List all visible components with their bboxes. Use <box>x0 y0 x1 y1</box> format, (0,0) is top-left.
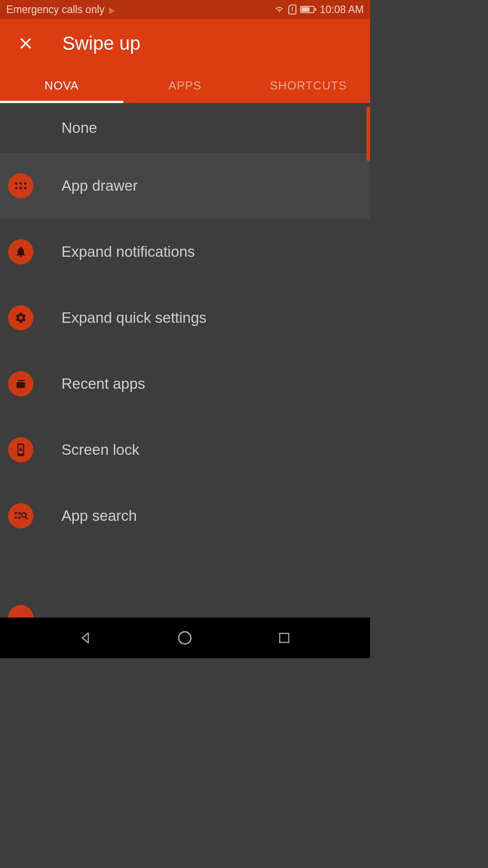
tab-apps[interactable]: APPS <box>123 68 247 103</box>
content-area: None App drawer Expand notifications <box>0 103 370 549</box>
status-left: Emergency calls only <box>6 4 116 16</box>
svg-point-18 <box>15 517 17 519</box>
wifi-icon <box>274 4 285 15</box>
list-item-app-drawer[interactable]: App drawer <box>0 153 370 219</box>
list-item-expand-notifications[interactable]: Expand notifications <box>0 219 370 285</box>
bell-icon <box>8 239 33 264</box>
list-item-label: Expand notifications <box>61 243 195 260</box>
list-item-label: None <box>61 119 97 137</box>
tabs-container: NOVA APPS SHORTCUTS <box>0 68 370 103</box>
nav-recent-button[interactable] <box>272 625 297 651</box>
svg-point-10 <box>20 187 22 189</box>
gear-icon <box>8 305 33 330</box>
scroll-indicator[interactable] <box>366 107 370 161</box>
svg-rect-13 <box>17 382 25 388</box>
battery-icon <box>300 5 316 14</box>
nav-back-button[interactable] <box>73 625 99 651</box>
status-right: ! 10:08 AM <box>274 4 364 16</box>
list-item-expand-quick-settings[interactable]: Expand quick settings <box>0 285 370 351</box>
svg-rect-12 <box>18 380 25 381</box>
tab-shortcuts[interactable]: SHORTCUTS <box>247 68 370 103</box>
svg-text:!: ! <box>291 5 293 13</box>
svg-point-19 <box>19 517 21 519</box>
carrier-text: Emergency calls only <box>6 4 104 16</box>
close-button[interactable] <box>16 34 35 53</box>
svg-point-6 <box>15 183 18 185</box>
svg-point-8 <box>24 183 27 185</box>
list-item-label: Screen lock <box>61 441 139 458</box>
svg-point-9 <box>15 187 18 189</box>
app-search-icon <box>8 503 33 528</box>
svg-rect-3 <box>315 8 316 11</box>
tab-nova[interactable]: NOVA <box>0 68 123 103</box>
svg-point-7 <box>20 183 22 185</box>
svg-rect-23 <box>280 633 289 642</box>
nav-bar <box>0 618 370 658</box>
svg-point-22 <box>179 632 191 644</box>
partial-next-icon <box>8 605 33 618</box>
app-drawer-icon <box>8 173 33 198</box>
list-item-label: Expand quick settings <box>61 309 206 326</box>
list-item-label: Recent apps <box>61 375 145 392</box>
list-item-none[interactable]: None <box>0 103 370 153</box>
sim-alert-icon: ! <box>288 5 296 14</box>
header-top: Swipe up <box>0 27 370 68</box>
list-item-recent-apps[interactable]: Recent apps <box>0 351 370 417</box>
status-bar: Emergency calls only ! 10:08 AM <box>0 0 370 19</box>
nav-home-button[interactable] <box>172 625 197 651</box>
page-title: Swipe up <box>62 33 141 54</box>
screen-lock-icon <box>8 437 33 462</box>
play-store-icon <box>108 5 116 14</box>
status-time: 10:08 AM <box>320 4 364 16</box>
svg-point-16 <box>15 512 17 514</box>
list-item-screen-lock[interactable]: Screen lock <box>0 417 370 483</box>
recent-apps-icon <box>8 371 33 396</box>
svg-point-17 <box>19 512 21 514</box>
svg-line-21 <box>25 517 27 519</box>
svg-rect-2 <box>301 7 310 12</box>
app-header: Swipe up NOVA APPS SHORTCUTS <box>0 19 370 103</box>
list-item-label: App drawer <box>61 177 138 194</box>
list-item-label: App search <box>61 507 137 524</box>
svg-point-11 <box>24 187 27 189</box>
list-item-app-search[interactable]: App search <box>0 483 370 549</box>
